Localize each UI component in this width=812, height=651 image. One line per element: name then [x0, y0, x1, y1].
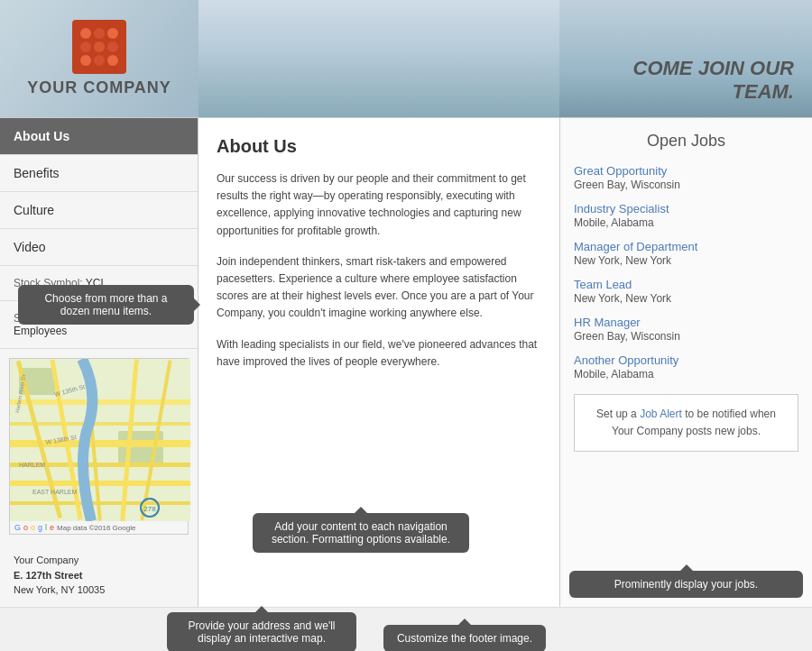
- svg-rect-14: [301, 27, 318, 117]
- come-join-text: COME JOIN OUR TEAM.: [577, 57, 794, 104]
- svg-text:HARLEM: HARLEM: [19, 462, 45, 468]
- svg-rect-20: [474, 50, 492, 117]
- svg-rect-35: [10, 481, 190, 486]
- tooltip-menu-items: Choose from more than a dozen menu items…: [18, 285, 194, 325]
- sidebar-item-video[interactable]: Video: [0, 229, 198, 266]
- svg-rect-13: [268, 45, 297, 117]
- job-item-1: Industry Specialist Mobile, Alabama: [574, 202, 798, 229]
- content-title: About Us: [217, 136, 541, 157]
- svg-rect-15: [321, 41, 346, 117]
- google-maps-badge: Google Map data ©2016 Google: [10, 521, 188, 534]
- sidebar-map: W 135th St W 138th St Harlem River Dr EA…: [9, 358, 189, 535]
- svg-rect-18: [411, 45, 434, 117]
- main-layout: About Us Benefits Choose from more than …: [0, 117, 812, 607]
- sidebar-item-about[interactable]: About Us: [0, 118, 198, 155]
- page-header: YOUR COMPANY: [0, 0, 812, 117]
- job-link-3[interactable]: Team Lead: [574, 278, 798, 291]
- open-jobs-title: Open Jobs: [574, 132, 798, 151]
- job-location-5: Mobile, Alabama: [574, 368, 654, 381]
- bottom-tooltips-bar: Provide your address and we'll display a…: [0, 607, 812, 652]
- svg-point-5: [94, 41, 105, 52]
- tooltip-jobs: Prominently display your jobs.: [569, 571, 803, 598]
- job-alert-box: Set up a Job Alert to be notified when Y…: [574, 394, 798, 452]
- content-paragraph-3: With leading specialists in our field, w…: [217, 336, 541, 371]
- svg-point-4: [80, 41, 91, 52]
- sidebar-item-culture[interactable]: Culture: [0, 192, 198, 229]
- job-link-2[interactable]: Manager of Department: [574, 240, 798, 253]
- header-logo-area: YOUR COMPANY: [0, 0, 198, 117]
- tooltip-content: Add your content to each navigation sect…: [253, 513, 469, 553]
- svg-point-6: [107, 41, 118, 52]
- svg-rect-33: [10, 440, 190, 447]
- tooltip-footer-image: Customize the footer image.: [383, 625, 546, 652]
- svg-point-1: [80, 28, 91, 39]
- company-name-label: YOUR COMPANY: [27, 78, 171, 97]
- tooltip-address: Provide your address and we'll display a…: [167, 612, 356, 652]
- svg-point-8: [94, 55, 105, 66]
- company-logo-icon: [72, 20, 126, 74]
- job-link-0[interactable]: Great Opportunity: [574, 164, 798, 178]
- job-location-2: New York, New York: [574, 254, 671, 267]
- content-paragraph-2: Join independent thinkers, smart risk-ta…: [217, 253, 541, 323]
- svg-point-9: [107, 55, 118, 66]
- job-item-2: Manager of Department New York, New York: [574, 240, 798, 267]
- svg-rect-10: [198, 0, 559, 117]
- svg-point-2: [94, 28, 105, 39]
- svg-rect-19: [440, 36, 469, 117]
- svg-rect-12: [244, 36, 264, 117]
- sidebar-item-benefits[interactable]: Benefits: [0, 155, 198, 192]
- svg-rect-25: [219, 66, 223, 69]
- right-panel: Open Jobs Great Opportunity Green Bay, W…: [559, 118, 812, 607]
- job-location-0: Green Bay, Wisconsin: [574, 179, 680, 191]
- job-link-5[interactable]: Another Opportunity: [574, 353, 798, 367]
- svg-rect-27: [252, 43, 255, 47]
- content-area: About Us Our success is driven by our pe…: [198, 118, 559, 607]
- sidebar: About Us Benefits Choose from more than …: [0, 118, 198, 607]
- svg-point-7: [80, 55, 91, 66]
- svg-rect-21: [495, 27, 520, 117]
- job-item-4: HR Manager Green Bay, Wisconsin: [574, 316, 798, 343]
- svg-rect-26: [246, 43, 250, 47]
- job-link-1[interactable]: Industry Specialist: [574, 202, 798, 215]
- job-alert-link[interactable]: Job Alert: [640, 408, 682, 420]
- svg-point-3: [107, 28, 118, 39]
- content-paragraph-1: Our success is driven by our people and …: [217, 170, 541, 240]
- svg-rect-23: [219, 59, 223, 62]
- header-city-image: [198, 0, 559, 117]
- job-item-5: Another Opportunity Mobile, Alabama: [574, 353, 798, 381]
- job-location-4: Green Bay, Wisconsin: [574, 330, 680, 343]
- svg-rect-17: [374, 32, 407, 117]
- job-item-3: Team Lead New York, New York: [574, 278, 798, 305]
- sidebar-address: Your Company E. 127th Street New York, N…: [0, 544, 198, 607]
- job-item-0: Great Opportunity Green Bay, Wisconsin: [574, 164, 798, 191]
- svg-rect-11: [215, 54, 239, 117]
- svg-text:EAST HARLEM: EAST HARLEM: [32, 489, 77, 495]
- svg-text:278: 278: [143, 505, 156, 513]
- header-tagline-area: COME JOIN OUR TEAM.: [559, 0, 812, 117]
- job-link-4[interactable]: HR Manager: [574, 316, 798, 329]
- svg-rect-22: [525, 41, 558, 117]
- svg-rect-24: [225, 59, 228, 62]
- job-location-3: New York, New York: [574, 292, 671, 305]
- svg-rect-16: [350, 50, 371, 117]
- job-location-1: Mobile, Alabama: [574, 216, 654, 229]
